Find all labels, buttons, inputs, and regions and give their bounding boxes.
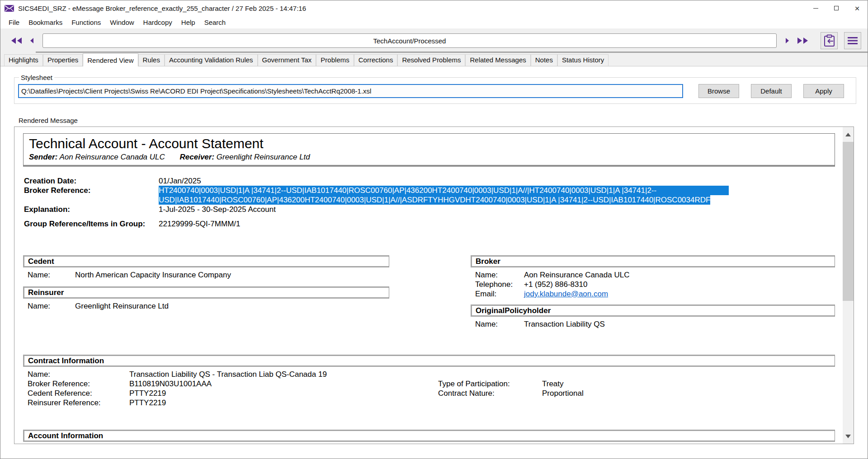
broker-reference-selected-line-2: USD|IAB1017440|ROSC00760|AP|436200HT2400… [159, 195, 710, 205]
minimize-icon [813, 8, 818, 9]
sender-receiver-line: Sender: Aon Reinsurance Canada ULC Recei… [29, 153, 829, 162]
cedent-name-row: Name: North American Capacity Insurance … [28, 270, 389, 280]
close-icon: × [854, 4, 859, 13]
tab-highlights[interactable]: Highlights [4, 54, 43, 66]
cedent-name-label: Name: [28, 270, 75, 280]
rendered-message-label: Rendered Message [19, 117, 868, 124]
maximize-icon [834, 6, 839, 10]
contract-reinsurer-reference-value: PTTY2219 [129, 398, 166, 407]
broker-reference-label: Broker Reference: [24, 186, 159, 205]
hamburger-menu-icon [847, 37, 858, 45]
sender-value: Aon Reinsurance Canada ULC [59, 153, 165, 161]
contract-information-section: Contract Information Name: Transaction L… [23, 355, 835, 407]
reinsurer-name-label: Name: [28, 301, 75, 311]
creation-date-row: Creation Date: 01/Jan/2025 [24, 176, 835, 186]
message-path-text: TechAccount/Processed [373, 37, 446, 45]
contract-reinsurer-reference-row: Reinsurer Reference: PTTY2219 [28, 398, 835, 407]
receiver-value: Greenlight Reinsurance Ltd [217, 153, 310, 161]
tab-rules[interactable]: Rules [138, 54, 165, 66]
paste-message-button[interactable] [821, 32, 838, 49]
tab-government-tax[interactable]: Government Tax [258, 54, 316, 66]
previous-message-button[interactable] [28, 36, 36, 46]
reinsurer-name-row: Name: Greenlight Reinsurance Ltd [28, 301, 389, 311]
close-button[interactable]: × [847, 0, 868, 16]
scroll-up-button[interactable] [843, 127, 854, 142]
group-reference-row: Group Reference/Items in Group: 22129999… [24, 219, 835, 229]
window-controls: × [805, 0, 868, 16]
default-button[interactable]: Default [751, 84, 792, 98]
right-arrow-icon [785, 37, 789, 44]
broker-telephone-value: +1 (952) 886-8310 [524, 280, 587, 289]
up-arrow-icon [845, 133, 851, 136]
left-arrow-icon [30, 37, 34, 44]
contract-nature-label: Contract Nature: [438, 389, 542, 398]
contract-broker-reference-row: Broker Reference: B110819N03U1001AAA Typ… [28, 379, 835, 389]
stylesheet-group-label: Stylesheet [19, 74, 54, 81]
participation-label: Type of Participation: [438, 379, 542, 389]
rendered-message-viewport: Technical Account - Account Statement Se… [14, 126, 854, 444]
toolbar-menu-button[interactable] [844, 32, 861, 49]
broker-email-link[interactable]: jody.klabunde@aon.com [524, 289, 608, 299]
tab-strip: Highlights Properties Rendered View Rule… [0, 53, 868, 66]
contract-broker-reference-value: B110819N03U1001AAA [129, 379, 212, 389]
contract-name-value: Transaction Liability QS - Transaction L… [129, 370, 327, 379]
broker-telephone-label: Telephone: [475, 280, 524, 289]
broker-name-label: Name: [475, 270, 524, 280]
explanation-value: 1-Jul-2025 - 30-Sep-2025 Account [159, 205, 835, 214]
menu-hardcopy[interactable]: Hardcopy [139, 17, 177, 28]
vertical-scrollbar[interactable] [843, 127, 854, 444]
browse-button[interactable]: Browse [698, 84, 739, 98]
minimize-button[interactable] [805, 0, 826, 16]
original-policyholder-name-label: Name: [475, 319, 524, 329]
message-path-box[interactable]: TechAccount/Processed [42, 33, 777, 48]
tab-accounting-validation-rules[interactable]: Accounting Validation Rules [165, 54, 258, 66]
scroll-down-button[interactable] [843, 429, 854, 444]
tab-status-history[interactable]: Status History [557, 54, 609, 66]
receiver-label: Receiver: [180, 153, 215, 161]
app-window: SICS4EDI_SRZ - eMessage Broker_reference… [0, 0, 868, 459]
maximize-button[interactable] [826, 0, 847, 16]
account-information-header: Account Information [23, 430, 835, 442]
stylesheet-path-input[interactable] [18, 84, 683, 98]
envelope-icon [4, 4, 15, 13]
scrollbar-thumb[interactable] [843, 142, 854, 301]
rendered-document: Technical Account - Account Statement Se… [14, 127, 844, 444]
menu-help[interactable]: Help [177, 17, 200, 28]
menu-bookmarks[interactable]: Bookmarks [24, 17, 67, 28]
tab-notes[interactable]: Notes [531, 54, 557, 66]
sender-label: Sender: [29, 153, 57, 161]
tab-related-messages[interactable]: Related Messages [465, 54, 530, 66]
tab-rendered-view[interactable]: Rendered View [83, 53, 138, 66]
contract-cedent-reference-value: PTTY2219 [129, 389, 166, 398]
explanation-label: Explanation: [24, 205, 159, 214]
tab-problems[interactable]: Problems [316, 54, 354, 66]
original-policyholder-header: OriginalPolicyholder [471, 304, 835, 317]
group-reference-label: Group Reference/Items in Group: [24, 219, 159, 229]
navigation-toolbar: TechAccount/Processed [0, 28, 868, 53]
contract-name-row: Name: Transaction Liability QS - Transac… [28, 370, 835, 379]
document-header-box: Technical Account - Account Statement Se… [23, 133, 835, 167]
title-bar: SICS4EDI_SRZ - eMessage Broker_reference… [0, 0, 868, 16]
tab-corrections[interactable]: Corrections [354, 54, 398, 66]
contract-nature-value: Proportional [542, 389, 584, 398]
tab-properties[interactable]: Properties [43, 54, 83, 66]
last-message-button[interactable] [795, 35, 811, 47]
cedent-header: Cedent [23, 255, 389, 267]
apply-button[interactable]: Apply [803, 84, 844, 98]
broker-reference-selected-line-1: HT2400740|0003|USD|1|A |34741|2--USD|IAB… [159, 186, 729, 195]
participation-value: Treaty [542, 379, 564, 389]
stylesheet-group: Stylesheet Browse Default Apply [14, 74, 856, 104]
menu-bar: File Bookmarks Functions Window Hardcopy… [0, 16, 868, 28]
menu-window[interactable]: Window [105, 17, 138, 28]
tab-resolved-problems[interactable]: Resolved Problems [397, 54, 465, 66]
broker-email-row: Email: jody.klabunde@aon.com [475, 289, 835, 299]
next-message-button[interactable] [783, 36, 791, 46]
menu-search[interactable]: Search [200, 17, 231, 28]
menu-functions[interactable]: Functions [67, 17, 105, 28]
menu-file[interactable]: File [4, 17, 24, 28]
down-arrow-icon [845, 435, 851, 438]
first-message-button[interactable] [9, 35, 24, 47]
broker-header: Broker [471, 255, 835, 267]
contract-cedent-reference-row: Cedent Reference: PTTY2219 Contract Natu… [28, 389, 835, 398]
group-reference-value: 22129999-5QI-7MMM/1 [159, 219, 835, 229]
